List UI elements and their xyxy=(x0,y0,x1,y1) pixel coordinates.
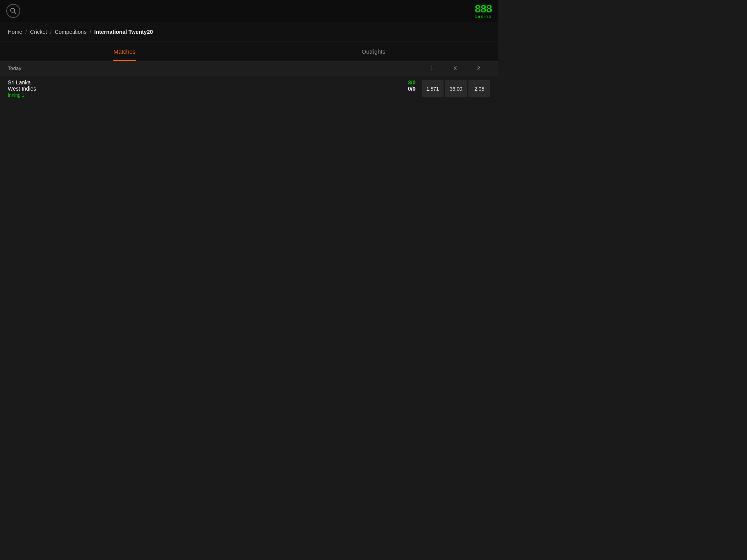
col-header-2: 2 xyxy=(467,65,490,71)
odds-button-x[interactable]: 36.00 xyxy=(445,80,467,97)
odds-button-2[interactable]: 2.05 xyxy=(468,80,490,97)
brand-logo: 888 casino xyxy=(475,4,492,19)
odds-button-1[interactable]: 1.571 xyxy=(422,80,444,97)
team-row-2: West Indies 0/0 xyxy=(8,86,416,92)
inning-label: Inning 1 xyxy=(8,93,25,98)
team-row-1: Sri Lanka 3/0 xyxy=(8,79,416,86)
breadcrumb-competitions[interactable]: Competitions xyxy=(55,29,87,35)
team2-score: 0/0 xyxy=(408,86,416,92)
arrow-icon: → xyxy=(28,92,34,98)
breadcrumb-cricket[interactable]: Cricket xyxy=(30,29,47,35)
breadcrumb-sep-2: / xyxy=(50,29,52,35)
breadcrumb-sep-3: / xyxy=(89,29,91,35)
tab-outrights[interactable]: Outrights xyxy=(249,42,498,61)
odds-buttons: 1.571 36.00 2.05 xyxy=(422,80,490,97)
svg-line-1 xyxy=(14,12,16,14)
breadcrumb-current: International Twenty20 xyxy=(94,29,153,35)
svg-point-0 xyxy=(11,8,15,12)
breadcrumb: Home / Cricket / Competitions / Internat… xyxy=(0,22,498,42)
logo-sub: casino xyxy=(475,14,492,19)
match-info: Sri Lanka 3/0 West Indies 0/0 Inning 1 → xyxy=(8,79,416,98)
team1-score: 3/0 xyxy=(408,79,416,86)
top-bar: 888 casino xyxy=(0,0,498,22)
logo-number: 888 xyxy=(475,4,492,14)
odds-columns: 1 X 2 xyxy=(420,65,490,71)
col-header-1: 1 xyxy=(420,65,444,71)
section-header: Today 1 X 2 xyxy=(0,61,498,75)
inning-info: Inning 1 → xyxy=(8,92,416,98)
col-header-x: X xyxy=(444,65,467,71)
section-title: Today xyxy=(8,65,21,71)
search-icon xyxy=(10,7,17,14)
breadcrumb-home[interactable]: Home xyxy=(8,29,22,35)
tab-matches[interactable]: Matches xyxy=(0,42,249,61)
breadcrumb-sep-1: / xyxy=(25,29,27,35)
team1-name: Sri Lanka xyxy=(8,79,31,86)
match-row[interactable]: Sri Lanka 3/0 West Indies 0/0 Inning 1 →… xyxy=(0,75,498,102)
search-button[interactable] xyxy=(6,4,20,18)
tabs: Matches Outrights xyxy=(0,42,498,61)
team2-name: West Indies xyxy=(8,86,36,92)
